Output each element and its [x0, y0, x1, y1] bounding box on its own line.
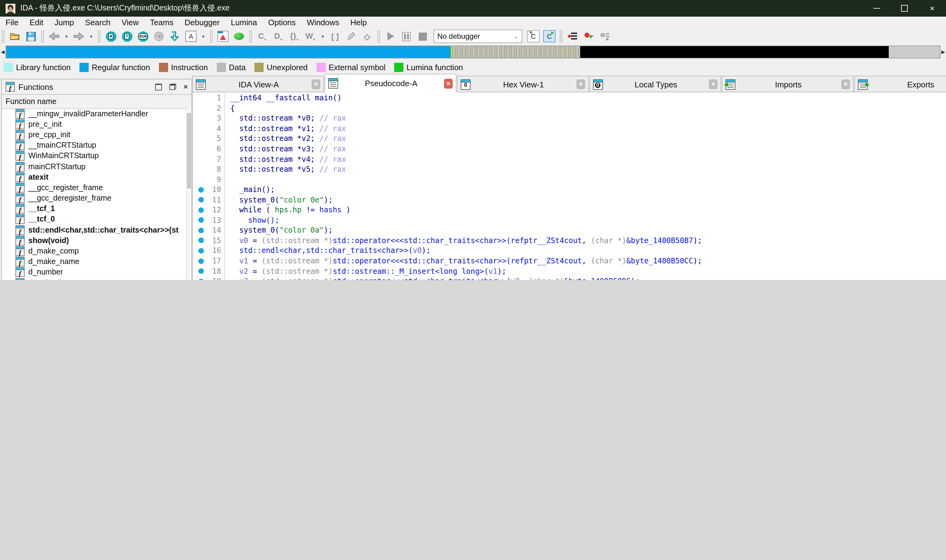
- function-name-column-header[interactable]: Function name: [2, 95, 191, 109]
- menu-item-teams[interactable]: Teams: [144, 17, 179, 28]
- toolbar-grip[interactable]: [97, 30, 101, 43]
- function-list-item[interactable]: fWinMainCRTStartup: [2, 151, 187, 161]
- tab-hex-view-1[interactable]: Hex View-1✕: [457, 76, 589, 92]
- code-gutter[interactable]: 14: [193, 225, 225, 235]
- toolbar-grip[interactable]: [41, 30, 44, 43]
- make-text-button[interactable]: T: [119, 29, 134, 43]
- set-type-dropdown[interactable]: ▾: [199, 29, 207, 43]
- code-line[interactable]: 9: [193, 174, 946, 185]
- debugger-start-button[interactable]: [383, 29, 398, 43]
- function-list-item[interactable]: fmainCRTStartup: [2, 161, 187, 172]
- tab-ida-view-a[interactable]: IDA View-A✕: [192, 76, 324, 92]
- band-scroll-right-icon[interactable]: ▶: [940, 49, 946, 55]
- code-gutter[interactable]: 10: [193, 185, 225, 195]
- function-list-item[interactable]: f__mingw_invalidParameterHandler: [2, 108, 187, 119]
- breakpoint-dot-icon[interactable]: [198, 217, 204, 223]
- tab-close-icon[interactable]: ✕: [312, 79, 320, 89]
- code-line[interactable]: 10 _main();: [193, 185, 946, 195]
- menu-item-view[interactable]: View: [116, 17, 144, 28]
- edit-button[interactable]: [344, 29, 358, 43]
- code-line[interactable]: 8 std::ostream *v5; // rax: [193, 164, 946, 174]
- code-gutter[interactable]: 8: [193, 164, 225, 174]
- code-line[interactable]: 5 std::ostream *v2; // rax: [193, 134, 946, 144]
- code-line[interactable]: 19 v3 = (std::ostream *)std::operator<<<…: [193, 276, 946, 280]
- code-line[interactable]: 11 system_0("color 0e");: [193, 195, 946, 205]
- breakpoint-dot-icon[interactable]: [198, 228, 204, 233]
- code-gutter[interactable]: 4: [193, 123, 225, 134]
- code-gutter[interactable]: 1: [193, 93, 225, 103]
- code-gutter[interactable]: 7: [193, 154, 225, 164]
- code-gutter[interactable]: 6: [193, 144, 225, 154]
- code-line[interactable]: 17 v1 = (std::ostream *)std::operator<<<…: [193, 256, 946, 266]
- attach-process-button[interactable]: ◥C: [526, 29, 541, 43]
- function-list-item[interactable]: fstd::endl<char,std::char_traits<char>>(…: [2, 225, 187, 235]
- code-line[interactable]: 7 std::ostream *v4; // rax: [193, 154, 946, 164]
- code-line[interactable]: 14 system_0("color 0a");: [193, 225, 946, 235]
- code-gutter[interactable]: 18: [193, 266, 225, 276]
- debugger-select[interactable]: No debugger ⌄: [434, 29, 522, 43]
- forward-history-dropdown[interactable]: ▾: [88, 29, 95, 43]
- tab-close-icon[interactable]: ✕: [444, 78, 453, 88]
- float-panel-icon[interactable]: [169, 84, 176, 90]
- open-file-button[interactable]: [8, 29, 22, 43]
- create-code-button[interactable]: C+: [255, 29, 270, 43]
- breakpoint-dot-icon[interactable]: [198, 197, 204, 203]
- debugger-pause-button[interactable]: [399, 29, 414, 43]
- toolbar-grip[interactable]: [377, 30, 381, 43]
- code-line[interactable]: 1__int64 __fastcall main(): [193, 93, 946, 103]
- back-history-dropdown[interactable]: ▾: [63, 29, 70, 43]
- code-gutter[interactable]: 13: [193, 215, 225, 225]
- code-gutter[interactable]: 11: [193, 195, 225, 205]
- menu-item-search[interactable]: Search: [79, 17, 116, 28]
- function-list-item[interactable]: fd_call_offset: [2, 277, 187, 280]
- create-segment-button[interactable]: W+: [303, 29, 318, 43]
- breakpoint-dot-icon[interactable]: [198, 258, 204, 264]
- code-line[interactable]: 2{: [193, 103, 946, 113]
- save-button[interactable]: [23, 29, 38, 43]
- menu-item-edit[interactable]: Edit: [24, 17, 49, 28]
- jump-address-button[interactable]: [151, 29, 166, 43]
- navigate-back-button[interactable]: [47, 29, 62, 43]
- code-gutter[interactable]: 12: [193, 205, 225, 215]
- breakpoint-dot-icon[interactable]: [198, 208, 204, 213]
- code-gutter[interactable]: 16: [193, 246, 225, 256]
- breakpoint-list-button[interactable]: [565, 29, 580, 43]
- code-line[interactable]: 15 v0 = (std::ostream *)std::operator<<<…: [193, 235, 946, 246]
- code-line[interactable]: 4 std::ostream *v1; // rax: [193, 123, 946, 134]
- select-range-button[interactable]: [ ]: [328, 29, 343, 43]
- create-struct-button[interactable]: {}+: [287, 29, 302, 43]
- toolbar-grip[interactable]: [209, 30, 213, 43]
- function-list-item[interactable]: f__gcc_deregister_frame: [2, 193, 187, 203]
- colors-button[interactable]: [216, 29, 230, 43]
- code-gutter[interactable]: 9: [193, 174, 225, 185]
- lumina-button[interactable]: [231, 29, 246, 43]
- code-gutter[interactable]: 15: [193, 235, 225, 246]
- patch-button[interactable]: ◇: [360, 29, 375, 43]
- tab-exports[interactable]: ▶Exports✕: [854, 76, 946, 92]
- function-list-item[interactable]: f__gcc_register_frame: [2, 183, 187, 193]
- jump-down-button[interactable]: [168, 29, 182, 43]
- code-gutter[interactable]: 2: [193, 103, 225, 113]
- function-list-item[interactable]: f__tcf_1: [2, 203, 187, 214]
- function-list-item[interactable]: fd_number: [2, 267, 187, 277]
- continue-process-button[interactable]: ➤C: [542, 29, 557, 43]
- set-type-button[interactable]: A: [184, 29, 198, 43]
- menu-item-jump[interactable]: Jump: [49, 17, 80, 28]
- code-gutter[interactable]: 5: [193, 134, 225, 144]
- function-list-item[interactable]: fatexit: [2, 172, 187, 182]
- create-dropdown[interactable]: ▾: [319, 29, 326, 43]
- function-list-item[interactable]: f__tcf_0: [2, 214, 187, 225]
- breakpoint-dot-icon[interactable]: [198, 238, 204, 243]
- breakpoint-dot-icon[interactable]: [198, 187, 204, 192]
- function-list-item[interactable]: fd_make_name: [2, 256, 187, 267]
- function-list-item[interactable]: fpre_cpp_init: [2, 129, 187, 140]
- menu-item-help[interactable]: Help: [345, 17, 373, 28]
- debugger-stop-button[interactable]: [415, 29, 430, 43]
- tab-close-icon[interactable]: ✕: [841, 79, 850, 89]
- menu-item-options[interactable]: Options: [263, 17, 301, 28]
- code-gutter[interactable]: 19: [193, 276, 225, 280]
- close-panel-icon[interactable]: ×: [184, 84, 188, 90]
- band-scroll-left-icon[interactable]: ◀: [0, 49, 6, 55]
- tab-pseudocode-a[interactable]: Pseudocode-A✕: [324, 74, 456, 92]
- add-breakpoint-button[interactable]: [582, 29, 596, 43]
